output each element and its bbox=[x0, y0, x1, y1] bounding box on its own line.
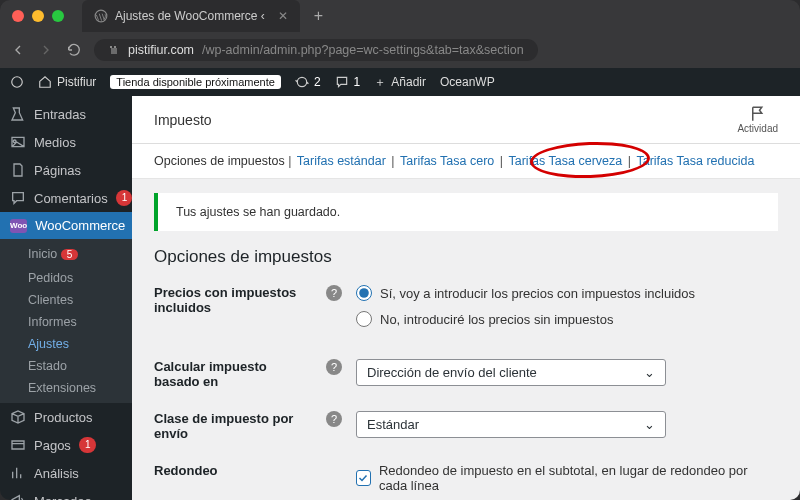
minimize-dot[interactable] bbox=[32, 10, 44, 22]
theme-link[interactable]: OceanWP bbox=[440, 75, 495, 89]
window-titlebar: Ajustes de WooCommerce ‹ ✕ + bbox=[0, 0, 800, 32]
prices-no-radio[interactable] bbox=[356, 311, 372, 327]
prices-yes-radio[interactable] bbox=[356, 285, 372, 301]
reload-icon[interactable] bbox=[66, 42, 82, 58]
help-icon[interactable]: ? bbox=[326, 285, 342, 301]
svg-point-3 bbox=[12, 77, 23, 88]
subnav-link[interactable]: Tarifas estándar bbox=[295, 154, 388, 168]
help-icon[interactable]: ? bbox=[326, 359, 342, 375]
address-bar[interactable]: pistifiur.com/wp-admin/admin.php?page=wc… bbox=[94, 39, 538, 61]
close-icon[interactable]: ✕ bbox=[278, 9, 288, 23]
help-icon[interactable]: ? bbox=[326, 411, 342, 427]
sidebar-item-entradas[interactable]: Entradas bbox=[0, 100, 132, 128]
subitem-clientes[interactable]: Clientes bbox=[0, 289, 132, 311]
sidebar-item-páginas[interactable]: Páginas bbox=[0, 156, 132, 184]
woocommerce-icon: Woo bbox=[10, 219, 27, 233]
comments-link[interactable]: 1 bbox=[335, 75, 361, 89]
main-content: Impuesto Actividad Opciones de impuestos… bbox=[132, 96, 800, 500]
media-icon bbox=[10, 134, 26, 150]
url-path: /wp-admin/admin.php?page=wc-settings&tab… bbox=[202, 43, 524, 57]
section-heading: Opciones de impuestos bbox=[154, 247, 778, 267]
close-dot[interactable] bbox=[12, 10, 24, 22]
admin-sidebar: EntradasMediosPáginasComentarios1WooWooC… bbox=[0, 96, 132, 500]
chevron-down-icon: ⌄ bbox=[644, 365, 655, 380]
svg-point-2 bbox=[114, 46, 116, 48]
subitem-extensiones[interactable]: Extensiones bbox=[0, 377, 132, 399]
rounding-label: Redondeo bbox=[154, 463, 218, 478]
sidebar-item-woocommerce[interactable]: WooWooCommerce bbox=[0, 212, 132, 239]
back-icon[interactable] bbox=[10, 42, 26, 58]
subitem-ajustes[interactable]: Ajustes bbox=[0, 333, 132, 355]
comment-icon bbox=[335, 75, 349, 89]
activity-panel-button[interactable]: Actividad bbox=[737, 105, 778, 134]
update-icon bbox=[295, 75, 309, 89]
sidebar-item-pagos[interactable]: Pagos1 bbox=[0, 431, 132, 459]
site-settings-icon bbox=[108, 44, 120, 56]
success-notice: Tus ajustes se han guardado. bbox=[154, 193, 778, 231]
browser-tab[interactable]: Ajustes de WooCommerce ‹ ✕ bbox=[82, 0, 300, 32]
subitem-estado[interactable]: Estado bbox=[0, 355, 132, 377]
url-host: pistifiur.com bbox=[128, 43, 194, 57]
sidebar-item-productos[interactable]: Productos bbox=[0, 403, 132, 431]
wordpress-icon[interactable] bbox=[10, 75, 24, 89]
subitem-inicio[interactable]: Inicio 5 bbox=[0, 243, 132, 267]
subitem-pedidos[interactable]: Pedidos bbox=[0, 267, 132, 289]
home-icon bbox=[38, 75, 52, 89]
forward-icon[interactable] bbox=[38, 42, 54, 58]
ship-class-label: Clase de impuesto por envío bbox=[154, 411, 312, 441]
maximize-dot[interactable] bbox=[52, 10, 64, 22]
wordpress-icon bbox=[94, 9, 108, 23]
wp-admin-bar: Pistifiur Tienda disponible próximamente… bbox=[0, 68, 800, 96]
calc-label: Calcular impuesto basado en bbox=[154, 359, 312, 389]
svg-point-1 bbox=[110, 46, 112, 48]
subnav-link[interactable]: Tarifas Tasa cero bbox=[398, 154, 496, 168]
chevron-down-icon: ⌄ bbox=[644, 417, 655, 432]
site-link[interactable]: Pistifiur bbox=[38, 75, 96, 89]
count-badge: 1 bbox=[116, 190, 132, 206]
subnav-link[interactable]: Tarifas Tasa reducida bbox=[634, 154, 756, 168]
sidebar-item-mercadeo[interactable]: Mercadeo bbox=[0, 487, 132, 500]
subnav-link[interactable]: Tarifas Tasa cerveza bbox=[507, 154, 625, 168]
ship-class-select[interactable]: Estándar⌄ bbox=[356, 411, 666, 438]
chart-icon bbox=[10, 465, 26, 481]
count-badge: 1 bbox=[79, 437, 97, 453]
sidebar-item-análisis[interactable]: Análisis bbox=[0, 459, 132, 487]
sidebar-item-comentarios[interactable]: Comentarios1 bbox=[0, 184, 132, 212]
comment-icon bbox=[10, 190, 26, 206]
box-icon bbox=[10, 409, 26, 425]
subnav-current[interactable]: Opciones de impuestos bbox=[154, 154, 285, 168]
add-new-link[interactable]: ＋ Añadir bbox=[374, 74, 426, 91]
plus-icon: ＋ bbox=[374, 74, 386, 91]
updates-link[interactable]: 2 bbox=[295, 75, 321, 89]
subitem-informes[interactable]: Informes bbox=[0, 311, 132, 333]
sidebar-item-medios[interactable]: Medios bbox=[0, 128, 132, 156]
tax-subnav: Opciones de impuestos | Tarifas estándar… bbox=[132, 144, 800, 179]
count-badge: 5 bbox=[61, 249, 79, 260]
mega-icon bbox=[10, 493, 26, 500]
store-notice[interactable]: Tienda disponible próximamente bbox=[110, 75, 281, 89]
page-title: Impuesto bbox=[154, 112, 212, 128]
new-tab-button[interactable]: + bbox=[314, 7, 323, 25]
calc-select[interactable]: Dirección de envío del cliente⌄ bbox=[356, 359, 666, 386]
prices-label: Precios con impuestos incluidos bbox=[154, 285, 312, 315]
flag-icon bbox=[749, 105, 767, 123]
rounding-checkbox[interactable] bbox=[356, 470, 371, 486]
card-icon bbox=[10, 437, 26, 453]
tab-title: Ajustes de WooCommerce ‹ bbox=[115, 9, 265, 23]
browser-toolbar: pistifiur.com/wp-admin/admin.php?page=wc… bbox=[0, 32, 800, 68]
check-icon bbox=[357, 472, 369, 484]
page-icon bbox=[10, 162, 26, 178]
page-header: Impuesto Actividad bbox=[132, 96, 800, 144]
pin-icon bbox=[10, 106, 26, 122]
